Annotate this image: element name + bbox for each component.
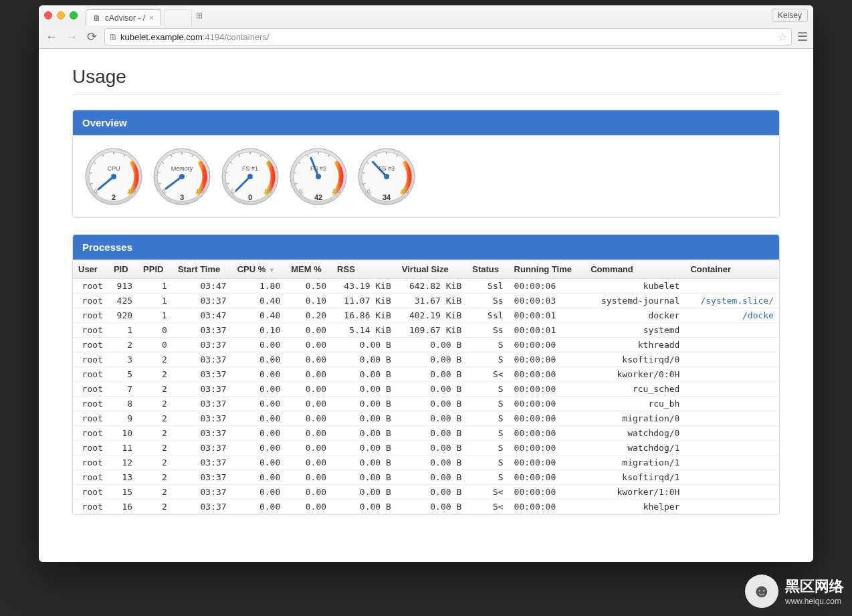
bookmark-star-icon[interactable]: ☆	[778, 31, 787, 43]
table-cell: 0.00	[286, 500, 332, 514]
column-header[interactable]: Status	[467, 260, 508, 279]
table-cell: 8	[108, 397, 138, 411]
browser-tab-inactive[interactable]	[164, 9, 192, 25]
column-header[interactable]: CPU % ▼	[232, 260, 286, 279]
table-cell: 0.00	[232, 397, 286, 411]
table-cell[interactable]	[685, 352, 779, 367]
page-viewport[interactable]: Usage Overview CPU01002	[39, 49, 813, 562]
window-zoom-icon[interactable]	[70, 11, 78, 19]
table-row: root10203:370.000.000.00 B0.00 BS00:00:0…	[73, 426, 779, 441]
table-cell: 0.00	[286, 485, 332, 500]
table-cell: 11	[108, 441, 138, 455]
table-cell: 1	[138, 308, 173, 323]
svg-line-10	[136, 173, 138, 173]
processes-table: UserPIDPPIDStart TimeCPU % ▼MEM %RSSVirt…	[73, 260, 779, 514]
browser-tab[interactable]: 🗎 cAdvisor - / ×	[86, 9, 161, 25]
table-cell[interactable]: /docke	[685, 308, 779, 323]
table-cell: root	[73, 500, 108, 514]
table-cell: 0.00	[232, 411, 286, 426]
svg-line-4	[89, 173, 92, 173]
table-cell[interactable]	[685, 382, 779, 397]
table-cell[interactable]	[685, 500, 779, 514]
table-cell[interactable]	[685, 323, 779, 338]
close-tab-icon[interactable]: ×	[149, 13, 154, 23]
overview-heading: Overview	[73, 110, 779, 136]
table-cell: 31.67 KiB	[397, 294, 467, 308]
table-cell: 03:47	[173, 308, 232, 323]
processes-heading: Processes	[73, 235, 779, 260]
new-tab-icon[interactable]: ⊞	[196, 11, 203, 20]
table-cell: root	[73, 455, 108, 470]
table-cell: 0.00	[232, 485, 286, 500]
svg-point-29	[179, 174, 185, 179]
table-cell: 0.00 B	[397, 397, 467, 411]
table-cell: Ss	[467, 323, 508, 338]
svg-point-59	[316, 174, 321, 179]
watermark-icon: ☻	[745, 575, 778, 608]
gauge-label: FS #3	[356, 165, 417, 172]
table-cell: migration/0	[585, 411, 685, 426]
table-cell: 0.00 B	[397, 382, 467, 397]
table-cell[interactable]	[685, 426, 779, 441]
column-header[interactable]: PPID	[138, 260, 173, 279]
divider	[72, 94, 780, 95]
gauge-value: 3	[152, 193, 212, 201]
table-cell[interactable]	[685, 338, 779, 352]
window-close-icon[interactable]	[44, 11, 52, 19]
table-cell: systemd-journal	[585, 294, 685, 308]
table-cell[interactable]: /system.slice/	[685, 294, 779, 308]
table-cell: S<	[467, 500, 508, 514]
svg-point-14	[111, 174, 116, 179]
url-bar[interactable]: 🗎 kubelet.example.com :4194 /containers/…	[104, 28, 792, 45]
table-cell: 425	[108, 294, 138, 308]
table-cell[interactable]	[685, 411, 779, 426]
site-info-icon[interactable]: 🗎	[109, 32, 118, 42]
column-header[interactable]: Running Time	[509, 260, 586, 279]
table-cell[interactable]	[685, 455, 779, 470]
table-cell[interactable]	[685, 485, 779, 500]
table-cell: 00:00:00	[509, 485, 586, 500]
table-cell[interactable]	[685, 279, 779, 294]
column-header[interactable]: MEM %	[286, 260, 332, 279]
table-row: root5203:370.000.000.00 B0.00 BS<00:00:0…	[73, 367, 779, 382]
table-cell: S	[467, 411, 508, 426]
table-cell: kworker/0:0H	[585, 367, 685, 382]
column-header[interactable]: Container	[685, 260, 779, 279]
table-cell: 2	[138, 441, 173, 455]
table-cell: khelper	[585, 500, 685, 514]
table-cell: 12	[108, 455, 138, 470]
table-cell: 00:00:00	[509, 382, 586, 397]
container-link[interactable]: /docke	[742, 310, 774, 320]
table-header-row: UserPIDPPIDStart TimeCPU % ▼MEM %RSSVirt…	[73, 260, 779, 279]
table-row: root2003:370.000.000.00 B0.00 BS00:00:00…	[73, 338, 779, 352]
gauge-fs-1: FS #101000	[220, 146, 280, 207]
table-cell: 0.00	[232, 441, 286, 455]
column-header[interactable]: PID	[108, 260, 138, 279]
menu-icon[interactable]: ☰	[797, 29, 808, 44]
svg-line-25	[204, 173, 207, 173]
tab-title: cAdvisor - /	[105, 13, 145, 23]
table-cell: 5.14 KiB	[332, 323, 397, 338]
table-cell[interactable]	[685, 397, 779, 411]
table-cell: 03:37	[173, 352, 232, 367]
reload-button[interactable]: ⟳	[84, 29, 99, 44]
table-cell: S	[467, 352, 508, 367]
profile-badge[interactable]: Kelsey	[772, 9, 808, 22]
column-header[interactable]: User	[73, 260, 108, 279]
column-header[interactable]: Start Time	[173, 260, 232, 279]
window-minimize-icon[interactable]	[57, 11, 65, 19]
back-button[interactable]: ←	[44, 30, 59, 44]
table-cell[interactable]	[685, 470, 779, 485]
table-cell[interactable]	[685, 367, 779, 382]
table-cell: 0.00	[286, 411, 332, 426]
column-header[interactable]: Command	[585, 260, 685, 279]
column-header[interactable]: RSS	[332, 260, 397, 279]
table-cell: 0.00 B	[332, 500, 397, 514]
gauge-max: 100	[128, 189, 136, 193]
table-cell[interactable]	[685, 441, 779, 455]
watermark-url: www.heiqu.com	[785, 597, 841, 606]
forward-button[interactable]: →	[64, 30, 79, 44]
table-cell: 0.00	[286, 323, 332, 338]
column-header[interactable]: Virtual Size	[397, 260, 467, 279]
container-link[interactable]: /system.slice/	[700, 296, 774, 306]
